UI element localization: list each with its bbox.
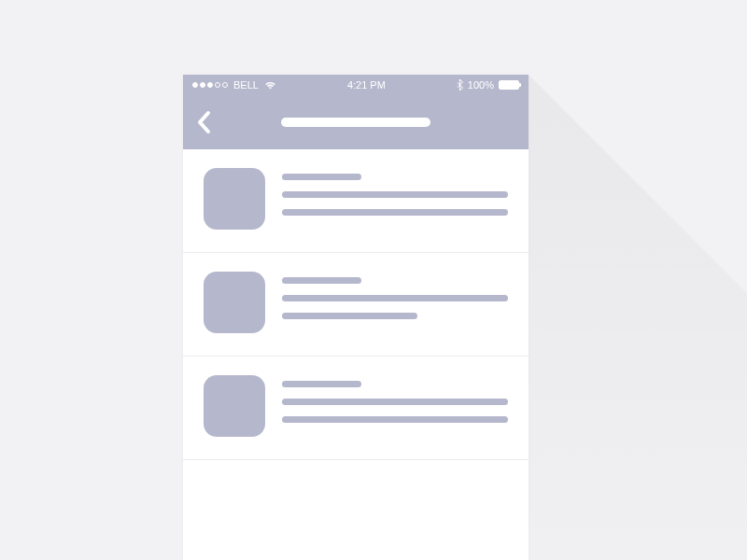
clock-label: 4:21 PM: [347, 79, 386, 91]
phone-frame: BELL 4:21 PM 100%: [183, 75, 529, 560]
item-content: [282, 272, 508, 333]
thumbnail-placeholder: [204, 375, 265, 437]
status-bar: BELL 4:21 PM 100%: [183, 75, 529, 95]
list-item[interactable]: [183, 253, 529, 357]
back-button[interactable]: [196, 110, 211, 134]
page-title-placeholder: [281, 118, 430, 127]
drop-shadow: [529, 75, 747, 560]
list-view[interactable]: [183, 149, 529, 460]
navigation-bar: [183, 95, 529, 149]
battery-pct-label: 100%: [468, 79, 494, 91]
thumbnail-placeholder: [204, 168, 265, 230]
item-line-placeholder: [282, 399, 508, 405]
list-item[interactable]: [183, 149, 529, 253]
item-title-placeholder: [282, 277, 361, 284]
carrier-label: BELL: [233, 79, 259, 91]
status-right: 100%: [457, 79, 519, 91]
item-line-placeholder: [282, 416, 508, 423]
signal-strength-icon: [192, 82, 228, 88]
battery-icon: [499, 80, 519, 90]
item-line-placeholder: [282, 209, 508, 216]
status-left: BELL: [192, 79, 276, 91]
item-title-placeholder: [282, 174, 361, 180]
item-content: [282, 168, 508, 230]
item-title-placeholder: [282, 381, 361, 387]
bluetooth-icon: [457, 79, 463, 91]
item-line-placeholder: [282, 295, 508, 301]
item-line-placeholder: [282, 191, 508, 198]
item-line-placeholder: [282, 313, 417, 319]
thumbnail-placeholder: [204, 272, 265, 333]
item-content: [282, 375, 508, 437]
wifi-icon: [264, 81, 276, 90]
chevron-left-icon: [196, 110, 211, 134]
list-item[interactable]: [183, 357, 529, 460]
